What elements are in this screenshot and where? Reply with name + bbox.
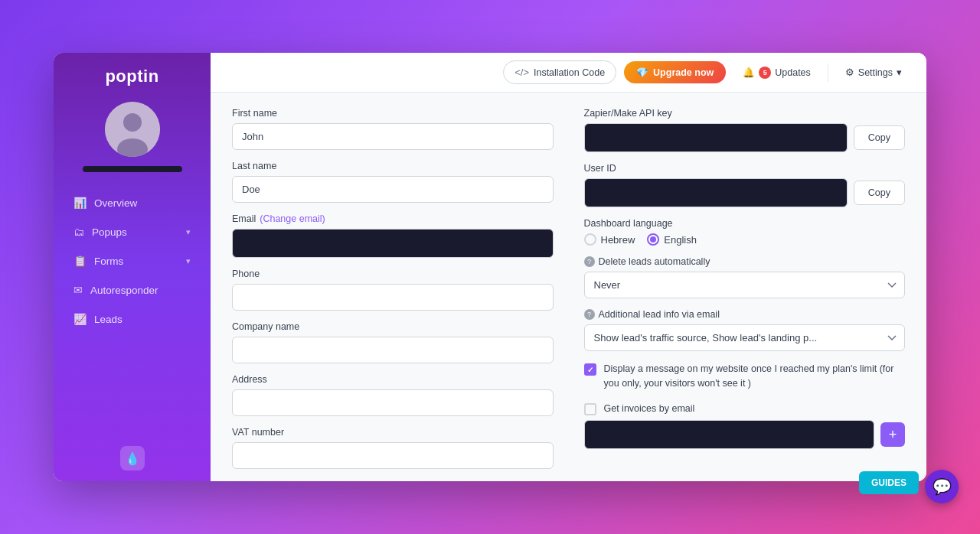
copy-user-id-button[interactable]: Copy [854, 181, 905, 205]
get-invoices-group: Get invoices by email + [584, 402, 906, 450]
email-label: Email (Change email) [232, 213, 554, 224]
content-area: </> Installation Code 💎 Upgrade now 🔔 5 … [211, 53, 926, 481]
svg-point-1 [123, 113, 142, 132]
installation-code-label: Installation Code [534, 67, 605, 78]
phone-label: Phone [232, 269, 554, 279]
invoice-email-masked [584, 420, 875, 449]
hebrew-option[interactable]: Hebrew [584, 233, 635, 246]
dashboard-lang-group: Dashboard language Hebrew English [584, 218, 906, 246]
form-area: First name Last name Email (Change email… [211, 93, 926, 481]
display-message-checkbox-row: Display a message on my website once I r… [584, 362, 906, 391]
display-message-label: Display a message on my website once I r… [604, 362, 906, 391]
hebrew-radio[interactable] [584, 233, 596, 246]
api-key-group: Zapier/Make API key Copy [584, 108, 906, 152]
chevron-down-icon: ▾ [186, 227, 191, 237]
hebrew-label: Hebrew [601, 234, 635, 246]
phone-input[interactable] [232, 284, 554, 311]
help-icon[interactable]: ? [584, 256, 595, 267]
chevron-down-icon: ▾ [186, 256, 191, 266]
chat-icon: 💬 [933, 477, 952, 496]
installation-code-button[interactable]: </> Installation Code [503, 60, 616, 84]
diamond-icon: 💎 [636, 67, 648, 78]
user-name-bar [83, 166, 182, 172]
last-name-label: Last name [232, 161, 554, 171]
user-id-input-row: Copy [584, 178, 906, 207]
dashboard-lang-label: Dashboard language [584, 218, 906, 229]
english-radio[interactable] [647, 233, 659, 246]
last-name-group: Last name [232, 161, 554, 203]
last-name-input[interactable] [232, 176, 554, 203]
user-id-masked [584, 178, 848, 207]
overview-icon: 📊 [74, 197, 87, 209]
api-key-masked [584, 123, 848, 152]
delete-leads-select[interactable]: Never After 30 days After 60 days After … [584, 272, 906, 298]
updates-button[interactable]: 🔔 5 Updates [733, 61, 820, 84]
add-email-button[interactable]: + [880, 422, 905, 447]
updates-badge: 5 [759, 67, 771, 79]
company-label: Company name [232, 321, 554, 332]
upgrade-label: Upgrade now [653, 67, 714, 78]
chat-button[interactable]: 💬 [925, 470, 959, 503]
first-name-group: First name [232, 108, 554, 150]
divider [828, 63, 828, 82]
sidebar-item-autoresponder[interactable]: ✉ Autoresponder [60, 276, 204, 304]
copy-api-key-button[interactable]: Copy [854, 125, 905, 150]
sidebar-item-label: Autoresponder [90, 285, 158, 296]
get-invoices-checkbox-row: Get invoices by email [584, 402, 906, 416]
top-bar: </> Installation Code 💎 Upgrade now 🔔 5 … [211, 53, 926, 93]
api-key-input-row: Copy [584, 123, 906, 152]
change-email-link[interactable]: (Change email) [260, 213, 325, 224]
bell-icon: 🔔 [743, 67, 755, 78]
chevron-down-icon: ▾ [897, 67, 902, 78]
english-label: English [664, 234, 697, 246]
left-column: First name Last name Email (Change email… [232, 108, 554, 480]
get-invoices-checkbox[interactable] [584, 403, 596, 415]
form-grid: First name Last name Email (Change email… [232, 108, 905, 480]
english-option[interactable]: English [647, 233, 697, 246]
help-icon-2[interactable]: ? [584, 309, 595, 320]
gear-icon: ⚙ [845, 67, 854, 78]
logo-text: poptin [105, 67, 158, 86]
additional-lead-select[interactable]: Show lead's traffic source, Show lead's … [584, 324, 906, 351]
sidebar-item-overview[interactable]: 📊 Overview [60, 189, 204, 217]
sidebar: poptin 📊 Overview 🗂 Popups [54, 53, 211, 481]
guides-button[interactable]: GUIDES [859, 471, 919, 494]
address-label: Address [232, 374, 554, 385]
company-group: Company name [232, 321, 554, 363]
first-name-input[interactable] [232, 123, 554, 150]
company-input[interactable] [232, 337, 554, 363]
additional-lead-label: ? Additional lead info via email [584, 309, 906, 320]
user-id-group: User ID Copy [584, 163, 906, 207]
sidebar-item-forms[interactable]: 📋 Forms ▾ [60, 247, 204, 275]
display-message-checkbox[interactable] [584, 363, 596, 376]
language-radio-group: Hebrew English [584, 233, 906, 246]
sidebar-item-label: Popups [92, 226, 127, 238]
autoresponder-icon: ✉ [74, 284, 83, 296]
upgrade-button[interactable]: 💎 Upgrade now [624, 61, 726, 83]
invoice-email-row: + [584, 420, 906, 449]
settings-label: Settings [858, 67, 893, 78]
settings-button[interactable]: ⚙ Settings ▾ [836, 61, 911, 83]
nav-items: 📊 Overview 🗂 Popups ▾ 📋 Forms ▾ [54, 189, 211, 333]
forms-icon: 📋 [74, 255, 87, 267]
first-name-label: First name [232, 108, 554, 119]
sidebar-item-label: Overview [94, 197, 137, 209]
sidebar-item-label: Leads [94, 314, 122, 325]
vat-group: VAT number [232, 427, 554, 469]
phone-group: Phone [232, 269, 554, 311]
address-input[interactable] [232, 389, 554, 416]
vat-input[interactable] [232, 442, 554, 469]
vat-label: VAT number [232, 427, 554, 438]
get-invoices-label: Get invoices by email [604, 402, 695, 416]
sidebar-item-label: Forms [94, 256, 123, 267]
water-button[interactable]: 💧 [120, 446, 145, 471]
address-group: Address [232, 374, 554, 416]
user-id-label: User ID [584, 163, 906, 174]
delete-leads-group: ? Delete leads automatically Never After… [584, 256, 906, 298]
updates-label: Updates [775, 67, 811, 78]
logo: poptin [105, 67, 158, 86]
sidebar-item-popups[interactable]: 🗂 Popups ▾ [60, 218, 204, 246]
leads-icon: 📈 [74, 313, 87, 325]
display-message-group: Display a message on my website once I r… [584, 362, 906, 391]
sidebar-item-leads[interactable]: 📈 Leads [60, 305, 204, 333]
